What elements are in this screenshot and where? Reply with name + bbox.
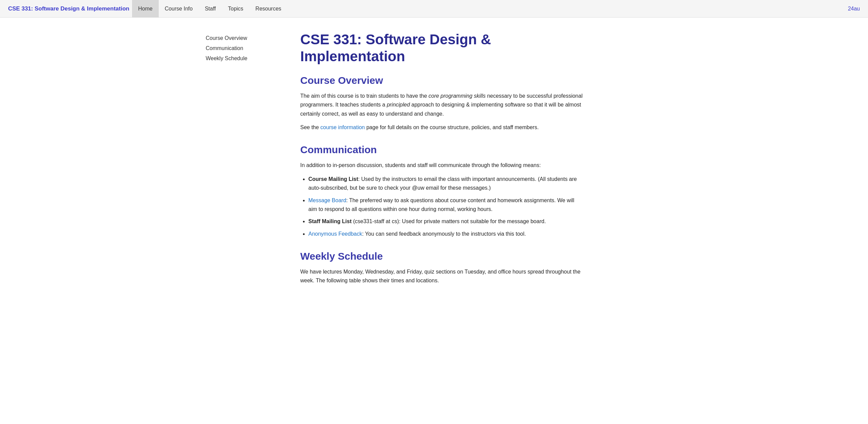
- mailing-list-label: Course Mailing List: [308, 176, 358, 182]
- nav-item-home[interactable]: Home: [132, 0, 159, 18]
- navbar: CSE 331: Software Design & Implementatio…: [0, 0, 868, 18]
- communication-list: Course Mailing List: Used by the instruc…: [308, 175, 584, 238]
- nav-item-resources[interactable]: Resources: [249, 0, 287, 18]
- list-item-staff-mailing: Staff Mailing List (cse331-staff at cs):…: [308, 217, 584, 226]
- main-content: CSE 331: Software Design & Implementatio…: [280, 31, 584, 298]
- nav-quarter: 24au: [848, 6, 860, 12]
- page-wrapper: Course Overview Communication Weekly Sch…: [198, 18, 670, 318]
- staff-mailing-text: (cse331-staff at cs): Used for private m…: [352, 218, 546, 224]
- sidebar-nav: Course Overview Communication Weekly Sch…: [206, 35, 280, 62]
- message-board-link[interactable]: Message Board: [308, 197, 346, 203]
- nav-item-course-info[interactable]: Course Info: [159, 0, 199, 18]
- section-communication: Communication In addition to in-person d…: [300, 144, 584, 238]
- heading-course-overview: Course Overview: [300, 75, 584, 86]
- list-item-message-board: Message Board: The preferred way to ask …: [308, 196, 584, 214]
- weekly-schedule-para1: We have lectures Monday, Wednesday, and …: [300, 267, 584, 285]
- heading-weekly-schedule: Weekly Schedule: [300, 251, 584, 262]
- sidebar-item-communication[interactable]: Communication: [206, 45, 280, 51]
- staff-mailing-label: Staff Mailing List: [308, 218, 352, 224]
- page-title: CSE 331: Software Design & Implementatio…: [300, 31, 584, 65]
- anonymous-feedback-link[interactable]: Anonymous Feedback: [308, 231, 362, 237]
- nav-links: Home Course Info Staff Topics Resources: [132, 0, 848, 18]
- nav-course-title[interactable]: CSE 331: Software Design & Implementatio…: [8, 5, 129, 12]
- course-overview-para1: The aim of this course is to train stude…: [300, 92, 584, 118]
- sidebar-item-course-overview[interactable]: Course Overview: [206, 35, 280, 41]
- sidebar: Course Overview Communication Weekly Sch…: [206, 31, 280, 298]
- communication-intro: In addition to in-person discussion, stu…: [300, 161, 584, 170]
- sidebar-item-weekly-schedule[interactable]: Weekly Schedule: [206, 55, 280, 62]
- course-info-link[interactable]: course information: [321, 124, 365, 130]
- list-item-mailing-list: Course Mailing List: Used by the instruc…: [308, 175, 584, 193]
- course-overview-para2: See the course information page for full…: [300, 123, 584, 132]
- list-item-anonymous-feedback: Anonymous Feedback: You can send feedbac…: [308, 230, 584, 238]
- section-course-overview: Course Overview The aim of this course i…: [300, 75, 584, 132]
- anonymous-feedback-text: : You can send feedback anonymously to t…: [362, 231, 526, 237]
- nav-item-staff[interactable]: Staff: [199, 0, 222, 18]
- message-board-text: : The preferred way to ask questions abo…: [308, 197, 574, 212]
- heading-communication: Communication: [300, 144, 584, 156]
- nav-item-topics[interactable]: Topics: [222, 0, 249, 18]
- section-weekly-schedule: Weekly Schedule We have lectures Monday,…: [300, 251, 584, 285]
